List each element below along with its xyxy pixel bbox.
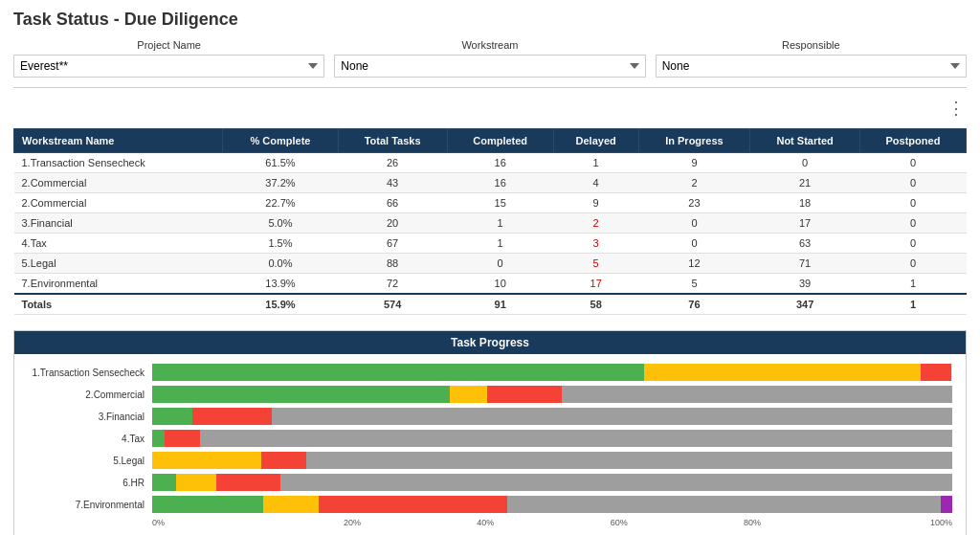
bar-label: 5.Legal (28, 456, 152, 466)
bar-segment (216, 474, 280, 491)
bar-segment (450, 386, 487, 403)
x-axis: 0% 20% 40% 60% 80% 100% (152, 518, 952, 527)
bar-segment (272, 408, 952, 425)
bar-segment (200, 430, 952, 447)
workstream-table: Workstream Name% CompleteTotal TasksComp… (13, 128, 967, 315)
bar-segment (152, 474, 176, 491)
table-header-postponed: Postponed (859, 129, 966, 153)
bar-segment (319, 496, 507, 513)
bar-track (152, 364, 952, 381)
bar-segment (306, 452, 952, 469)
bar-segment (562, 386, 952, 403)
x-tick-40: 40% (419, 518, 552, 527)
x-tick-80: 80% (685, 518, 818, 527)
bar-segment (507, 496, 941, 513)
table-row: 2.Commercial37.2%431642210 (14, 173, 967, 193)
bar-segment (263, 496, 319, 513)
table-row: 2.Commercial22.7%6615923180 (14, 193, 967, 213)
table-row: 1.Transaction Sensecheck61.5%26161900 (14, 153, 967, 173)
bar-segment (644, 364, 921, 381)
bar-track (152, 430, 952, 447)
totals-row: Totals15.9%5749158763471 (14, 294, 967, 315)
x-tick-100: 100% (819, 518, 952, 527)
table-header-in-progress: In Progress (638, 129, 750, 153)
table-row: 4.Tax1.5%67130630 (14, 234, 967, 254)
bar-label: 4.Tax (28, 434, 152, 444)
responsible-filter: Responsible None (656, 39, 967, 78)
x-tick-60: 60% (552, 518, 685, 527)
workstream-label: Workstream (334, 39, 645, 51)
bar-segment (152, 452, 261, 469)
table-row: 3.Financial5.0%20120170 (14, 213, 967, 234)
bar-segment (176, 474, 216, 491)
bar-label: 7.Environmental (28, 500, 152, 510)
bar-label: 1.Transaction Sensecheck (28, 368, 152, 378)
bar-segment (152, 496, 263, 513)
filter-bar: Project Name Everest** Workstream None R… (13, 39, 967, 88)
bar-track (152, 496, 952, 513)
bar-segment (192, 408, 273, 425)
bar-row: 7.Environmental (28, 496, 952, 513)
bar-segment (152, 430, 165, 447)
bar-segment (941, 496, 952, 513)
table-header-not-started: Not Started (750, 129, 860, 153)
project-name-label: Project Name (13, 39, 324, 51)
chart-body: 1.Transaction Sensecheck2.Commercial3.Fi… (14, 354, 966, 535)
table-header-workstream-name: Workstream Name (14, 129, 223, 153)
bar-row: 1.Transaction Sensecheck (28, 364, 952, 381)
table-row: 5.Legal0.0%880512710 (14, 254, 967, 274)
bar-row: 3.Financial (28, 408, 952, 425)
bar-segment (152, 408, 192, 425)
responsible-select[interactable]: None (656, 55, 967, 78)
page-title: Task Status - Due Diligence (13, 10, 967, 30)
bar-row: 5.Legal (28, 452, 952, 469)
project-name-select[interactable]: Everest** (13, 55, 324, 78)
x-tick-20: 20% (285, 518, 418, 527)
bar-segment (261, 452, 307, 469)
table-header-total-tasks: Total Tasks (338, 129, 447, 153)
options-menu[interactable]: ⋮ (13, 96, 967, 121)
task-progress-chart: Task Progress 1.Transaction Sensecheck2.… (13, 330, 967, 535)
bar-row: 2.Commercial (28, 386, 952, 403)
responsible-label: Responsible (656, 39, 967, 51)
table-row: 7.Environmental13.9%7210175391 (14, 274, 967, 295)
chart-title: Task Progress (14, 331, 966, 354)
bar-segment (280, 474, 952, 491)
table-header-%-complete: % Complete (223, 129, 338, 153)
bar-label: 3.Financial (28, 412, 152, 422)
bar-track (152, 386, 952, 403)
bar-row: 4.Tax (28, 430, 952, 447)
project-name-filter: Project Name Everest** (13, 39, 324, 78)
workstream-select[interactable]: None (334, 55, 645, 78)
table-header-row: Workstream Name% CompleteTotal TasksComp… (14, 129, 967, 153)
bar-track (152, 474, 952, 491)
workstream-filter: Workstream None (334, 39, 645, 78)
table-header-completed: Completed (447, 129, 553, 153)
table-header-delayed: Delayed (553, 129, 638, 153)
bar-segment (487, 386, 562, 403)
bar-segment (921, 364, 951, 381)
bar-segment (165, 430, 201, 447)
bar-segment (152, 364, 644, 381)
x-tick-0: 0% (152, 518, 285, 527)
bar-track (152, 452, 952, 469)
bar-label: 6.HR (28, 478, 152, 488)
bar-segment (152, 386, 450, 403)
bar-label: 2.Commercial (28, 390, 152, 400)
bar-row: 6.HR (28, 474, 952, 491)
bar-track (152, 408, 952, 425)
